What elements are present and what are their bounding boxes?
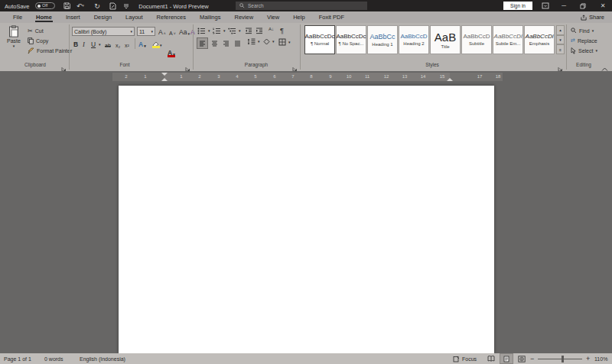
align-right-icon bbox=[223, 41, 230, 47]
increase-indent-button[interactable] bbox=[256, 28, 263, 34]
word-count[interactable]: 0 words bbox=[44, 353, 63, 364]
decrease-indent-icon bbox=[245, 28, 252, 34]
right-indent-marker[interactable] bbox=[447, 78, 453, 81]
zoom-slider-thumb[interactable] bbox=[562, 356, 564, 362]
copy-button[interactable]: Copy bbox=[28, 37, 48, 44]
horizontal-ruler[interactable]: 2 1 1 2 3 4 5 6 7 8 9 10 11 12 13 14 15 … bbox=[112, 73, 503, 81]
zoom-out-button[interactable]: − bbox=[530, 353, 534, 364]
first-line-indent-marker[interactable] bbox=[161, 73, 168, 76]
tab-view[interactable]: View bbox=[260, 11, 286, 23]
strikethrough-button[interactable]: ab bbox=[105, 39, 111, 48]
style-no-spacing[interactable]: AaBbCcDc ¶ No Spac... bbox=[336, 25, 366, 54]
font-group-label: Font bbox=[102, 62, 148, 67]
cut-button[interactable]: ✂ Cut bbox=[28, 28, 44, 34]
tab-review[interactable]: Review bbox=[227, 11, 260, 23]
font-color-bar bbox=[168, 55, 175, 57]
tab-home[interactable]: Home bbox=[29, 11, 59, 23]
change-case-button[interactable]: Aa▾ bbox=[179, 27, 190, 36]
minimize-button[interactable]: ─ bbox=[555, 0, 572, 11]
style-heading-2[interactable]: AaBbCcD Heading 2 bbox=[399, 25, 429, 54]
style-title[interactable]: AaB Title bbox=[430, 25, 461, 54]
grow-font-button[interactable]: A˄ bbox=[158, 27, 166, 36]
close-button[interactable]: ✕ bbox=[594, 0, 611, 11]
tab-mailings[interactable]: Mailings bbox=[193, 11, 228, 23]
align-right-button[interactable] bbox=[221, 38, 231, 48]
paste-button[interactable]: Paste ▾ bbox=[3, 25, 24, 48]
dropdown-caret-icon: ▾ bbox=[144, 44, 146, 48]
style-normal[interactable]: AaBbCcDc ¶ Normal bbox=[304, 25, 335, 54]
superscript-button[interactable]: x² bbox=[125, 39, 129, 48]
multilevel-list-button[interactable]: ▾ bbox=[228, 28, 241, 34]
styles-scroll-up-button[interactable]: ▴ bbox=[556, 25, 565, 35]
autosave-toggle[interactable]: Off bbox=[35, 2, 55, 9]
page-indicator[interactable]: Page 1 of 1 bbox=[4, 353, 31, 364]
tab-insert[interactable]: Insert bbox=[59, 11, 87, 23]
focus-mode-button[interactable]: Focus bbox=[453, 353, 477, 364]
numbering-button[interactable]: ▾ bbox=[213, 28, 226, 34]
search-placeholder: Search bbox=[248, 3, 264, 8]
tab-foxit-pdf-label: Foxit PDF bbox=[319, 14, 344, 21]
tab-design[interactable]: Design bbox=[87, 11, 119, 23]
print-layout-button[interactable] bbox=[500, 354, 513, 363]
zoom-level[interactable]: 110% bbox=[594, 353, 607, 364]
style-heading-1[interactable]: AaBbCc Heading 1 bbox=[367, 25, 398, 54]
styles-scroll-down-button[interactable]: ▾ bbox=[556, 35, 565, 45]
save-button[interactable] bbox=[61, 1, 72, 11]
tab-file[interactable]: File bbox=[6, 11, 29, 23]
dropdown-caret-icon: ▾ bbox=[208, 29, 210, 33]
ribbon-display-options-button[interactable] bbox=[537, 0, 554, 11]
font-size-combo[interactable]: 11 ▾ bbox=[137, 27, 155, 36]
bullets-button[interactable]: ▾ bbox=[197, 28, 210, 34]
replace-button[interactable]: ⇄ Replace bbox=[571, 37, 597, 44]
style-name: Title bbox=[441, 44, 449, 49]
find-icon bbox=[571, 28, 577, 34]
decrease-indent-button[interactable] bbox=[245, 28, 252, 34]
ruler-number: 10 bbox=[347, 74, 352, 79]
hanging-indent-marker[interactable] bbox=[161, 78, 168, 81]
format-painter-button[interactable]: Format Painter bbox=[28, 47, 72, 54]
align-left-button[interactable] bbox=[197, 38, 207, 48]
find-button[interactable]: Find ▾ bbox=[571, 28, 594, 34]
restore-button[interactable] bbox=[575, 0, 591, 11]
share-button[interactable]: Share bbox=[576, 11, 609, 23]
italic-button[interactable]: I bbox=[83, 39, 85, 48]
show-hide-pilcrow-button[interactable]: ¶ bbox=[280, 27, 284, 34]
tab-help[interactable]: Help bbox=[286, 11, 311, 23]
text-effects-button[interactable]: A▾ bbox=[138, 39, 146, 48]
select-button[interactable]: Select ▾ bbox=[571, 47, 597, 54]
dropdown-caret-icon: ▾ bbox=[595, 49, 597, 53]
sort-button[interactable]: A↓ bbox=[269, 27, 274, 31]
align-center-button[interactable] bbox=[210, 38, 220, 48]
shrink-font-button[interactable]: A˅ bbox=[169, 27, 176, 36]
borders-button[interactable]: ▾ bbox=[278, 38, 291, 46]
ribbon-tab-bar: File Home Insert Design Layout Reference… bbox=[0, 11, 612, 23]
ruler-number: 3 bbox=[217, 74, 220, 79]
line-spacing-button[interactable]: ▾ bbox=[247, 38, 260, 45]
justify-button[interactable] bbox=[233, 38, 243, 48]
shading-button[interactable]: ▾ bbox=[263, 38, 275, 45]
style-subtitle[interactable]: AaBbCcD Subtitle bbox=[461, 25, 492, 54]
search-input[interactable]: Search bbox=[236, 2, 367, 10]
read-mode-button[interactable] bbox=[485, 354, 497, 363]
style-emphasis[interactable]: AaBbCcDi Emphasis bbox=[524, 25, 555, 54]
undo-button[interactable]: ↶▾ bbox=[75, 1, 86, 11]
subscript-button[interactable]: x₂ bbox=[116, 39, 120, 48]
dropdown-caret-icon: ▾ bbox=[288, 41, 291, 44]
style-subtle-emphasis[interactable]: AaBbCcDi Subtle Em... bbox=[493, 25, 523, 54]
underline-button[interactable]: U bbox=[91, 39, 96, 48]
language-indicator[interactable]: English (Indonesia) bbox=[80, 353, 125, 364]
pilcrow-icon: ¶ bbox=[280, 27, 284, 34]
tab-foxit-pdf[interactable]: Foxit PDF bbox=[312, 11, 351, 23]
tab-layout[interactable]: Layout bbox=[119, 11, 150, 23]
font-family-value: Calibri (Body) bbox=[74, 29, 106, 34]
sign-in-button[interactable]: Sign in bbox=[503, 2, 532, 10]
redo-button[interactable]: ↻ bbox=[92, 1, 103, 11]
font-family-combo[interactable]: Calibri (Body) ▾ bbox=[72, 27, 135, 36]
web-layout-button[interactable] bbox=[516, 354, 528, 363]
zoom-slider-track[interactable] bbox=[538, 359, 582, 359]
document-page[interactable] bbox=[119, 86, 494, 353]
tab-references[interactable]: References bbox=[150, 11, 193, 23]
zoom-in-button[interactable]: + bbox=[586, 353, 590, 364]
styles-gallery-more-button[interactable]: ≡ bbox=[556, 44, 565, 54]
bold-button[interactable]: B bbox=[73, 39, 78, 48]
